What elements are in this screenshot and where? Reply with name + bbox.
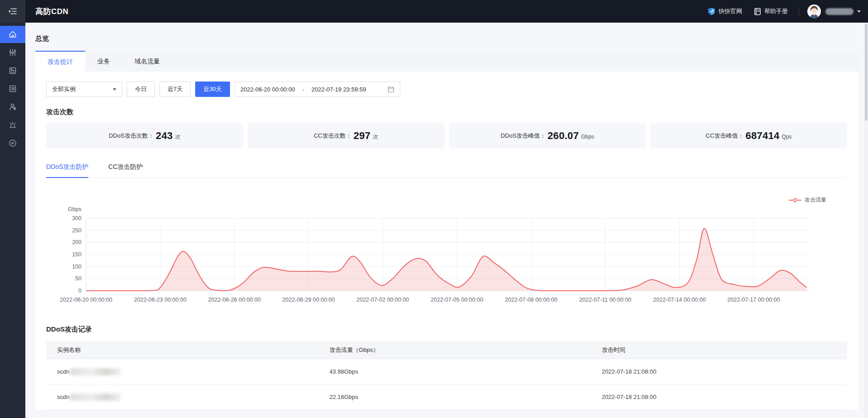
sidebar-item-alerts[interactable] [0, 116, 25, 134]
sliders-icon [8, 48, 17, 57]
x-tick-label: 2022-07-17 00:00:00 [727, 297, 780, 303]
stat-label: CC攻击峰值： [706, 132, 744, 140]
svg-text:IP: IP [11, 141, 14, 145]
help-manual-link[interactable]: 帮助手册 [754, 7, 788, 15]
range-button-7days[interactable]: 近7天 [159, 82, 191, 97]
instance-select[interactable]: 全部实例 [46, 82, 122, 97]
top-tabs: 攻击统计 业务 域名流量 [35, 51, 858, 72]
tab-ddos-protection[interactable]: DDoS攻击防护 [46, 163, 88, 178]
cell-attack-time: 2022-07-18 21:08:00 [591, 368, 847, 375]
table-row: scdn22.16Gbps2022-07-18 21:08:00 [46, 384, 847, 410]
calendar-icon [388, 86, 394, 93]
attack-traffic-chart: 050100150200250300Gbps2022-06-20 00:00:0… [46, 205, 847, 310]
chart-legend[interactable]: 攻击流量 [46, 196, 847, 204]
date-start: 2022-06-20 00:00:00 [240, 86, 295, 93]
cell-instance-name: scdn [46, 368, 318, 375]
stat-value: 243 [156, 130, 173, 142]
tab-attack-statistics[interactable]: 攻击统计 [35, 51, 85, 72]
page-title: 总览 [25, 23, 868, 43]
y-axis-unit: Gbps [68, 206, 82, 212]
topbar-divider [799, 8, 799, 15]
x-tick-label: 2022-07-02 00:00:00 [356, 297, 409, 303]
album-icon [8, 66, 17, 75]
shield-logo-icon [708, 7, 715, 15]
y-tick-label: 50 [75, 275, 82, 282]
x-tick-label: 2022-07-11 00:00:00 [579, 297, 631, 303]
official-site-link[interactable]: 快快官网 [708, 7, 742, 15]
stat-value: 687414 [745, 130, 779, 142]
chevron-down-icon [113, 88, 116, 91]
menu-collapse-icon [8, 7, 18, 16]
main-content: 总览 攻击统计 业务 域名流量 全部实例 今日 近7天 近30天 2022-06… [25, 23, 868, 418]
instance-name-prefix: scdn [57, 368, 69, 375]
sidebar-item-config[interactable] [0, 44, 25, 61]
range-button-today[interactable]: 今日 [127, 82, 155, 97]
home-icon [8, 30, 17, 39]
scrollbar[interactable] [864, 23, 868, 418]
date-separator: - [302, 86, 304, 93]
sidebar-item-ip[interactable]: IP [0, 135, 25, 152]
avatar[interactable] [807, 5, 821, 18]
stat-label: DDoS攻击峰值： [501, 132, 546, 140]
chart-canvas: 050100150200250300Gbps2022-06-20 00:00:0… [46, 205, 834, 310]
x-tick-label: 2022-07-08 00:00:00 [505, 297, 557, 303]
tab-business[interactable]: 业务 [85, 51, 122, 72]
date-range-picker[interactable]: 2022-06-20 00:00:00 - 2022-07-19 23:59:5… [235, 82, 400, 97]
attack-traffic-area [86, 228, 807, 291]
protection-tabs: DDoS攻击防护 CC攻击防护 [46, 163, 847, 178]
sidebar-item-account[interactable] [0, 98, 25, 115]
stat-value: 297 [354, 130, 371, 142]
filter-row: 全部实例 今日 近7天 近30天 2022-06-20 00:00:00 - 2… [46, 82, 847, 97]
sidebar-item-overview[interactable] [0, 26, 25, 43]
cell-attack-traffic: 43.98Gbps [318, 368, 590, 375]
stat-card-cc-count: CC攻击次数： 297 次 [248, 123, 445, 149]
column-attack-traffic: 攻击流量（Gbps） [318, 346, 590, 354]
instance-name-redacted [70, 368, 121, 375]
tab-cc-protection[interactable]: CC攻击防护 [108, 163, 143, 178]
tab-domain-traffic[interactable]: 域名流量 [122, 51, 172, 72]
help-manual-label: 帮助手册 [764, 7, 788, 15]
y-tick-label: 200 [72, 239, 82, 245]
date-end: 2022-07-19 23:59:59 [312, 86, 366, 93]
stat-label: DDoS攻击次数： [109, 132, 154, 140]
stat-card-cc-peak: CC攻击峰值： 687414 Qps [650, 123, 847, 149]
x-tick-label: 2022-06-26 00:00:00 [208, 297, 261, 303]
x-tick-label: 2022-07-14 00:00:00 [653, 297, 706, 303]
x-tick-label: 2022-06-20 00:00:00 [60, 297, 112, 303]
stat-card-ddos-peak: DDoS攻击峰值： 260.07 Gbps [449, 123, 646, 149]
product-name: 高防CDN [35, 6, 68, 17]
x-tick-label: 2022-07-05 00:00:00 [431, 297, 483, 303]
scrollbar-thumb[interactable] [865, 24, 868, 121]
stat-unit: 次 [373, 133, 378, 141]
official-site-label: 快快官网 [719, 7, 742, 15]
cell-attack-traffic: 22.16Gbps [318, 394, 590, 400]
instance-name-prefix: scdn [57, 394, 69, 400]
cell-instance-name: scdn [46, 394, 318, 401]
topbar: 高防CDN 快快官网 帮助手册 [0, 0, 868, 23]
sidebar-collapse-button[interactable] [0, 0, 25, 23]
column-attack-time: 攻击时间 [591, 346, 847, 354]
stat-card-ddos-count: DDoS攻击次数： 243 次 [46, 123, 243, 149]
manual-book-icon [754, 8, 761, 15]
user-icon [8, 102, 17, 111]
y-tick-label: 100 [72, 264, 82, 270]
alarm-icon [8, 120, 17, 130]
column-instance-name: 实例名称 [46, 346, 318, 354]
ip-icon: IP [8, 139, 17, 148]
legend-label: 攻击流量 [805, 196, 826, 204]
sidebar-item-records[interactable] [0, 62, 25, 79]
y-tick-label: 300 [72, 215, 82, 221]
y-tick-label: 0 [78, 288, 82, 294]
sidebar: IP [0, 23, 25, 418]
ddos-records-table: 实例名称 攻击流量（Gbps） 攻击时间 scdn43.98Gbps2022-0… [46, 341, 847, 410]
sidebar-item-logs[interactable] [0, 80, 25, 97]
x-tick-label: 2022-06-23 00:00:00 [134, 297, 187, 303]
x-tick-label: 2022-06-29 00:00:00 [282, 297, 335, 303]
overview-card: 攻击统计 业务 域名流量 全部实例 今日 近7天 近30天 2022-06-20… [35, 51, 858, 410]
username-redacted [825, 8, 854, 15]
instance-name-redacted [70, 394, 121, 401]
cell-attack-time: 2022-07-18 21:08:00 [591, 394, 847, 400]
range-button-30days[interactable]: 近30天 [195, 82, 230, 97]
stat-value: 260.07 [547, 130, 579, 142]
user-menu-caret-icon[interactable] [857, 10, 861, 13]
